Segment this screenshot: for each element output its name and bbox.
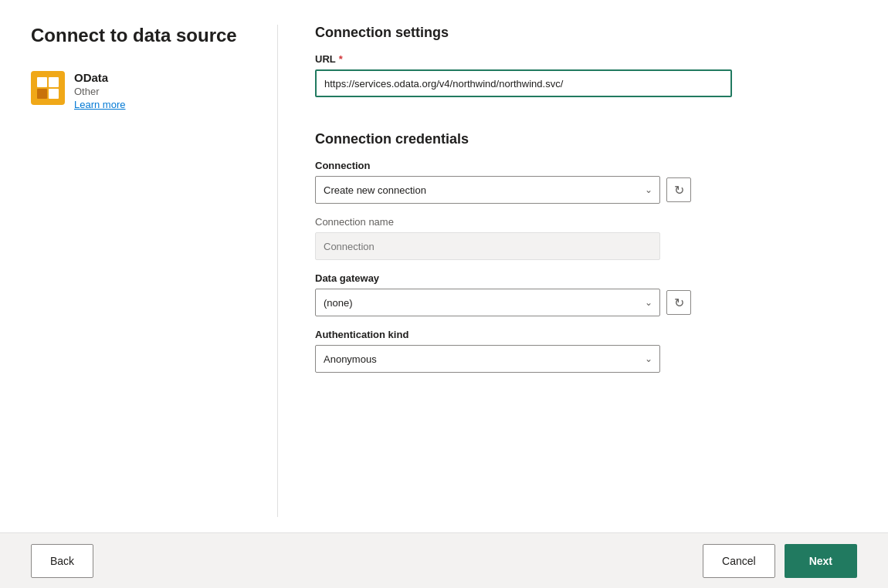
- data-gateway-dropdown-row: (none) ⌄ ↻: [315, 289, 857, 316]
- left-panel: Connect to data source OData Other Learn…: [31, 25, 278, 517]
- connection-credentials-section: Connection credentials Connection Create…: [315, 131, 857, 385]
- back-button[interactable]: Back: [31, 544, 93, 578]
- datasource-name: OData: [74, 71, 125, 84]
- connection-label: Connection: [315, 160, 857, 171]
- data-gateway-dropdown[interactable]: (none): [315, 289, 660, 316]
- datasource-info: OData Other Learn more: [74, 71, 125, 110]
- datasource-row: OData Other Learn more: [31, 71, 253, 110]
- odata-icon: [31, 71, 65, 105]
- connection-refresh-button[interactable]: ↻: [666, 177, 691, 202]
- url-field-group: URL *: [315, 53, 857, 97]
- required-indicator: *: [339, 53, 343, 65]
- url-label: URL *: [315, 53, 857, 65]
- refresh-icon: ↻: [674, 296, 684, 310]
- url-input[interactable]: [315, 69, 732, 97]
- connection-dropdown-container: Create new connection ⌄: [315, 176, 660, 204]
- cancel-button[interactable]: Cancel: [703, 544, 775, 578]
- data-gateway-refresh-button[interactable]: ↻: [666, 290, 691, 315]
- footer-left: Back: [31, 544, 93, 578]
- connection-credentials-title: Connection credentials: [315, 131, 857, 147]
- data-gateway-dropdown-container: (none) ⌄: [315, 289, 660, 316]
- auth-kind-dropdown[interactable]: Anonymous: [315, 345, 660, 373]
- refresh-icon: ↻: [674, 183, 684, 198]
- right-panel: Connection settings URL * Connection cre…: [278, 25, 857, 517]
- connection-name-label: Connection name: [315, 216, 857, 228]
- datasource-category: Other: [74, 86, 125, 97]
- learn-more-link[interactable]: Learn more: [74, 99, 125, 110]
- footer: Back Cancel Next: [0, 532, 888, 588]
- connection-settings-title: Connection settings: [315, 25, 857, 41]
- auth-kind-dropdown-container: Anonymous ⌄: [315, 345, 660, 373]
- connection-dropdown-row: Create new connection ⌄ ↻: [315, 176, 857, 204]
- connection-dropdown[interactable]: Create new connection: [315, 176, 660, 204]
- connection-field-group: Connection Create new connection ⌄ ↻: [315, 160, 857, 204]
- footer-right: Cancel Next: [703, 544, 857, 578]
- connection-name-field-group: Connection name: [315, 216, 857, 260]
- auth-kind-label: Authentication kind: [315, 329, 857, 340]
- next-button[interactable]: Next: [785, 544, 857, 578]
- connection-name-input[interactable]: [315, 232, 660, 260]
- data-gateway-field-group: Data gateway (none) ⌄ ↻: [315, 272, 857, 316]
- page-title: Connect to data source: [31, 25, 253, 46]
- connection-settings-section: Connection settings URL *: [315, 25, 857, 110]
- data-gateway-label: Data gateway: [315, 272, 857, 284]
- auth-kind-field-group: Authentication kind Anonymous ⌄: [315, 329, 857, 373]
